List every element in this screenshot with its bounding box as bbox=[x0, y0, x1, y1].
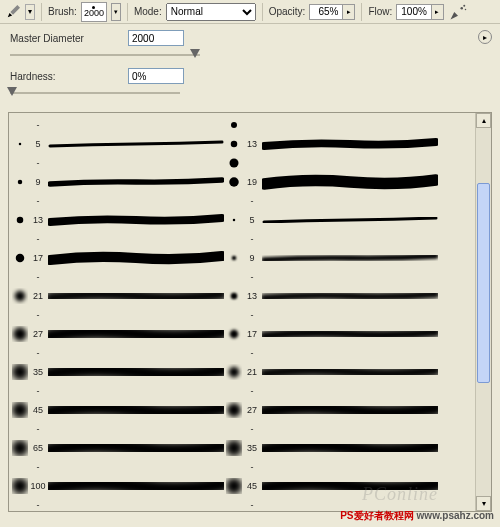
brush-preset-item[interactable]: 27 bbox=[225, 400, 439, 419]
svg-point-28 bbox=[227, 403, 241, 417]
brush-size-label: 45 bbox=[243, 481, 261, 491]
brush-preset-item[interactable]: - bbox=[11, 191, 225, 210]
brush-stroke-preview bbox=[261, 324, 439, 343]
flow-field[interactable]: 100% ▸ bbox=[396, 4, 444, 20]
brush-preview-icon bbox=[225, 117, 243, 133]
brush-preset-item[interactable]: - bbox=[225, 457, 439, 476]
brush-preset-item[interactable]: 5 bbox=[11, 134, 225, 153]
mode-select[interactable]: Normal bbox=[166, 3, 256, 21]
brush-size-label: 27 bbox=[29, 329, 47, 339]
brush-stroke-preview bbox=[261, 248, 439, 267]
brush-preset-swatch[interactable]: 2000 bbox=[81, 2, 107, 22]
brush-preset-item[interactable]: 27 bbox=[11, 324, 225, 343]
brush-preset-item[interactable]: - bbox=[11, 495, 225, 511]
brush-stroke-preview bbox=[47, 476, 225, 495]
brush-size-label: - bbox=[29, 500, 47, 510]
master-diameter-slider[interactable] bbox=[10, 48, 200, 62]
brush-preset-item[interactable]: 9 bbox=[11, 172, 225, 191]
brush-size-label: - bbox=[243, 500, 261, 510]
brush-preset-item[interactable]: 9 bbox=[225, 248, 439, 267]
brush-preset-item[interactable]: 17 bbox=[225, 324, 439, 343]
master-diameter-input[interactable] bbox=[128, 30, 184, 46]
scroll-up-button[interactable]: ▴ bbox=[476, 113, 491, 128]
brush-preset-item[interactable]: 100 bbox=[11, 476, 225, 495]
brush-preset-item[interactable]: - bbox=[225, 191, 439, 210]
brush-preset-item[interactable]: 65 bbox=[11, 438, 225, 457]
opacity-field[interactable]: 65% ▸ bbox=[309, 4, 355, 20]
brush-preset-item[interactable]: 45 bbox=[11, 400, 225, 419]
brush-preset-item[interactable]: - bbox=[11, 229, 225, 248]
separator bbox=[361, 3, 362, 21]
brush-preset-item[interactable] bbox=[225, 115, 439, 134]
airbrush-icon[interactable] bbox=[448, 2, 468, 22]
brush-preset-item[interactable]: - bbox=[225, 495, 439, 511]
brush-preset-item[interactable]: - bbox=[225, 343, 439, 362]
brush-preset-item[interactable]: - bbox=[11, 343, 225, 362]
opacity-dropdown-arrow[interactable]: ▸ bbox=[343, 4, 355, 20]
brush-stroke-preview bbox=[261, 153, 439, 172]
opacity-value[interactable]: 65% bbox=[309, 4, 343, 20]
brush-stroke-preview bbox=[47, 286, 225, 305]
hardness-input[interactable] bbox=[128, 68, 184, 84]
brush-preset-item[interactable]: - bbox=[11, 457, 225, 476]
scroll-down-button[interactable]: ▾ bbox=[476, 496, 491, 511]
flow-dropdown-arrow[interactable]: ▸ bbox=[432, 4, 444, 20]
scrollbar-thumb[interactable] bbox=[477, 183, 490, 383]
brush-size-label: - bbox=[29, 234, 47, 244]
flow-value[interactable]: 100% bbox=[396, 4, 432, 20]
brush-preset-item[interactable]: - bbox=[225, 267, 439, 286]
brush-preset-item[interactable]: 13 bbox=[225, 134, 439, 153]
brush-preview-icon bbox=[11, 250, 29, 266]
brush-stroke-preview bbox=[47, 229, 225, 248]
brush-preset-item[interactable]: - bbox=[11, 115, 225, 134]
brush-preset-item[interactable]: - bbox=[11, 153, 225, 172]
brush-size-label: 35 bbox=[243, 443, 261, 453]
brush-preset-item[interactable]: - bbox=[11, 267, 225, 286]
svg-point-8 bbox=[13, 327, 27, 341]
brush-preset-item[interactable]: 21 bbox=[11, 286, 225, 305]
brush-preset-item[interactable]: - bbox=[11, 305, 225, 324]
brush-preset-item[interactable] bbox=[225, 153, 439, 172]
svg-point-23 bbox=[233, 218, 236, 221]
svg-point-25 bbox=[231, 292, 238, 299]
brush-stroke-preview bbox=[47, 267, 225, 286]
brush-preset-item[interactable]: 35 bbox=[225, 438, 439, 457]
brush-preset-item[interactable]: - bbox=[225, 229, 439, 248]
flow-label: Flow: bbox=[368, 6, 392, 17]
brush-list-scroll-area[interactable]: - 5 - 9 - 13 bbox=[9, 113, 475, 511]
tool-preset-picker[interactable]: ▾ bbox=[25, 4, 35, 20]
brush-preset-item[interactable]: 35 bbox=[11, 362, 225, 381]
panel-menu-button[interactable]: ▸ bbox=[478, 30, 492, 44]
svg-point-3 bbox=[19, 142, 22, 145]
brush-preset-item[interactable]: - bbox=[11, 381, 225, 400]
svg-point-21 bbox=[230, 158, 239, 167]
brush-stroke-preview bbox=[47, 438, 225, 457]
brush-size-label: - bbox=[29, 424, 47, 434]
brush-size-label: - bbox=[29, 196, 47, 206]
slider-thumb[interactable] bbox=[7, 87, 17, 96]
brush-preview-icon bbox=[11, 326, 29, 342]
brush-preset-item[interactable]: 45 bbox=[225, 476, 439, 495]
brush-size-label: - bbox=[243, 196, 261, 206]
brush-preset-item[interactable]: 5 bbox=[225, 210, 439, 229]
brush-preset-item[interactable]: - bbox=[11, 419, 225, 438]
brush-preset-item[interactable]: 13 bbox=[11, 210, 225, 229]
slider-thumb[interactable] bbox=[190, 49, 200, 58]
hardness-slider[interactable] bbox=[10, 86, 180, 100]
brush-stroke-preview bbox=[261, 229, 439, 248]
brush-preset-item[interactable]: - bbox=[225, 419, 439, 438]
brush-preset-item[interactable]: - bbox=[225, 305, 439, 324]
brush-preset-item[interactable]: - bbox=[225, 381, 439, 400]
scrollbar-track[interactable] bbox=[476, 128, 491, 496]
brush-preset-item[interactable]: 17 bbox=[11, 248, 225, 267]
svg-point-20 bbox=[231, 140, 238, 147]
brush-preset-item[interactable]: 13 bbox=[225, 286, 439, 305]
brush-preset-dropdown[interactable]: ▾ bbox=[111, 3, 121, 21]
brush-preset-item[interactable]: 19 bbox=[225, 172, 439, 191]
hardness-label: Hardness: bbox=[10, 71, 128, 82]
svg-point-4 bbox=[18, 179, 23, 184]
scrollbar[interactable]: ▴ ▾ bbox=[475, 113, 491, 511]
brush-preset-list: - 5 - 9 - 13 bbox=[8, 112, 492, 512]
brush-preset-item[interactable]: 21 bbox=[225, 362, 439, 381]
svg-point-24 bbox=[232, 255, 237, 260]
